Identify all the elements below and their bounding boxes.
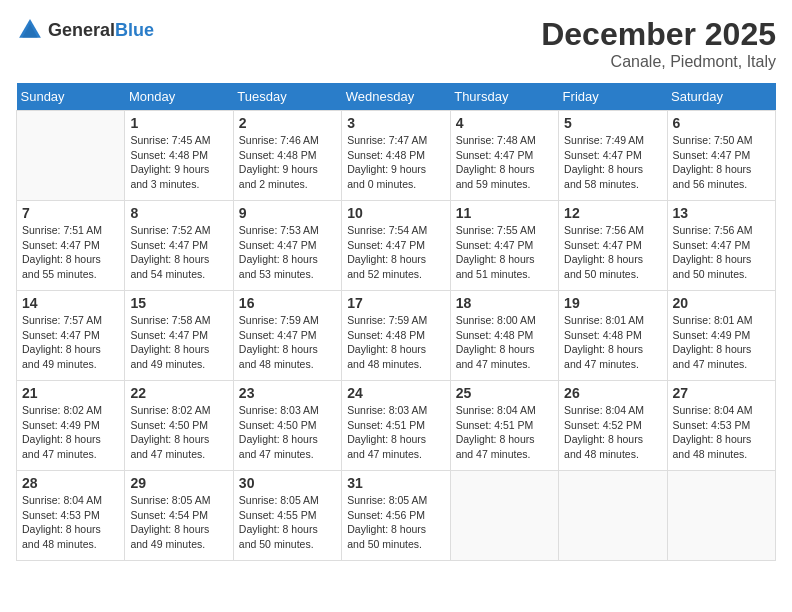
sunset-label: Sunset: 4:47 PM — [564, 239, 642, 251]
day-number: 29 — [130, 475, 227, 491]
daylight-label: Daylight: 8 hours and 55 minutes. — [22, 253, 101, 280]
sunset-label: Sunset: 4:55 PM — [239, 509, 317, 521]
table-row — [559, 471, 667, 561]
daylight-label: Daylight: 8 hours and 54 minutes. — [130, 253, 209, 280]
daylight-label: Daylight: 8 hours and 48 minutes. — [239, 343, 318, 370]
sunset-label: Sunset: 4:47 PM — [456, 149, 534, 161]
day-number: 3 — [347, 115, 444, 131]
month-title: December 2025 — [541, 16, 776, 53]
sunrise-label: Sunrise: 7:46 AM — [239, 134, 319, 146]
day-number: 26 — [564, 385, 661, 401]
sunrise-label: Sunrise: 8:02 AM — [22, 404, 102, 416]
cell-info: Sunrise: 7:53 AM Sunset: 4:47 PM Dayligh… — [239, 223, 336, 282]
daylight-label: Daylight: 9 hours and 2 minutes. — [239, 163, 318, 190]
sunset-label: Sunset: 4:50 PM — [130, 419, 208, 431]
cell-info: Sunrise: 7:51 AM Sunset: 4:47 PM Dayligh… — [22, 223, 119, 282]
day-number: 19 — [564, 295, 661, 311]
table-row: 13 Sunrise: 7:56 AM Sunset: 4:47 PM Dayl… — [667, 201, 775, 291]
table-row: 30 Sunrise: 8:05 AM Sunset: 4:55 PM Dayl… — [233, 471, 341, 561]
sunset-label: Sunset: 4:47 PM — [239, 329, 317, 341]
daylight-label: Daylight: 8 hours and 50 minutes. — [239, 523, 318, 550]
cell-info: Sunrise: 7:55 AM Sunset: 4:47 PM Dayligh… — [456, 223, 553, 282]
daylight-label: Daylight: 8 hours and 49 minutes. — [130, 343, 209, 370]
sunset-label: Sunset: 4:52 PM — [564, 419, 642, 431]
table-row: 21 Sunrise: 8:02 AM Sunset: 4:49 PM Dayl… — [17, 381, 125, 471]
sunset-label: Sunset: 4:48 PM — [347, 329, 425, 341]
daylight-label: Daylight: 8 hours and 47 minutes. — [673, 343, 752, 370]
day-number: 5 — [564, 115, 661, 131]
day-number: 11 — [456, 205, 553, 221]
cell-info: Sunrise: 7:54 AM Sunset: 4:47 PM Dayligh… — [347, 223, 444, 282]
header-tuesday: Tuesday — [233, 83, 341, 111]
header-saturday: Saturday — [667, 83, 775, 111]
sunset-label: Sunset: 4:48 PM — [239, 149, 317, 161]
day-number: 22 — [130, 385, 227, 401]
sunset-label: Sunset: 4:47 PM — [673, 149, 751, 161]
table-row: 4 Sunrise: 7:48 AM Sunset: 4:47 PM Dayli… — [450, 111, 558, 201]
day-number: 9 — [239, 205, 336, 221]
logo-general: General — [48, 20, 115, 40]
sunrise-label: Sunrise: 7:47 AM — [347, 134, 427, 146]
daylight-label: Daylight: 8 hours and 48 minutes. — [673, 433, 752, 460]
sunrise-label: Sunrise: 7:53 AM — [239, 224, 319, 236]
table-row: 7 Sunrise: 7:51 AM Sunset: 4:47 PM Dayli… — [17, 201, 125, 291]
sunset-label: Sunset: 4:47 PM — [239, 239, 317, 251]
sunrise-label: Sunrise: 7:58 AM — [130, 314, 210, 326]
sunrise-label: Sunrise: 7:45 AM — [130, 134, 210, 146]
sunrise-label: Sunrise: 8:04 AM — [456, 404, 536, 416]
sunset-label: Sunset: 4:47 PM — [456, 239, 534, 251]
calendar-header-row: Sunday Monday Tuesday Wednesday Thursday… — [17, 83, 776, 111]
daylight-label: Daylight: 8 hours and 48 minutes. — [564, 433, 643, 460]
day-number: 7 — [22, 205, 119, 221]
table-row: 15 Sunrise: 7:58 AM Sunset: 4:47 PM Dayl… — [125, 291, 233, 381]
cell-info: Sunrise: 8:04 AM Sunset: 4:51 PM Dayligh… — [456, 403, 553, 462]
sunset-label: Sunset: 4:53 PM — [22, 509, 100, 521]
sunrise-label: Sunrise: 8:04 AM — [673, 404, 753, 416]
daylight-label: Daylight: 8 hours and 52 minutes. — [347, 253, 426, 280]
daylight-label: Daylight: 8 hours and 47 minutes. — [22, 433, 101, 460]
sunrise-label: Sunrise: 7:56 AM — [673, 224, 753, 236]
day-number: 21 — [22, 385, 119, 401]
day-number: 30 — [239, 475, 336, 491]
location-title: Canale, Piedmont, Italy — [541, 53, 776, 71]
table-row: 3 Sunrise: 7:47 AM Sunset: 4:48 PM Dayli… — [342, 111, 450, 201]
sunset-label: Sunset: 4:51 PM — [456, 419, 534, 431]
day-number: 2 — [239, 115, 336, 131]
day-number: 8 — [130, 205, 227, 221]
calendar-week-row: 7 Sunrise: 7:51 AM Sunset: 4:47 PM Dayli… — [17, 201, 776, 291]
sunrise-label: Sunrise: 8:03 AM — [347, 404, 427, 416]
sunrise-label: Sunrise: 7:51 AM — [22, 224, 102, 236]
cell-info: Sunrise: 8:04 AM Sunset: 4:53 PM Dayligh… — [673, 403, 770, 462]
day-number: 1 — [130, 115, 227, 131]
day-number: 28 — [22, 475, 119, 491]
sunrise-label: Sunrise: 8:02 AM — [130, 404, 210, 416]
day-number: 12 — [564, 205, 661, 221]
sunset-label: Sunset: 4:50 PM — [239, 419, 317, 431]
sunrise-label: Sunrise: 8:04 AM — [22, 494, 102, 506]
header-wednesday: Wednesday — [342, 83, 450, 111]
cell-info: Sunrise: 7:59 AM Sunset: 4:47 PM Dayligh… — [239, 313, 336, 372]
table-row: 2 Sunrise: 7:46 AM Sunset: 4:48 PM Dayli… — [233, 111, 341, 201]
day-number: 4 — [456, 115, 553, 131]
logo-blue: Blue — [115, 20, 154, 40]
sunset-label: Sunset: 4:47 PM — [130, 239, 208, 251]
sunrise-label: Sunrise: 8:01 AM — [673, 314, 753, 326]
table-row: 26 Sunrise: 8:04 AM Sunset: 4:52 PM Dayl… — [559, 381, 667, 471]
daylight-label: Daylight: 8 hours and 48 minutes. — [347, 343, 426, 370]
sunrise-label: Sunrise: 8:01 AM — [564, 314, 644, 326]
day-number: 13 — [673, 205, 770, 221]
cell-info: Sunrise: 7:52 AM Sunset: 4:47 PM Dayligh… — [130, 223, 227, 282]
cell-info: Sunrise: 8:03 AM Sunset: 4:51 PM Dayligh… — [347, 403, 444, 462]
sunset-label: Sunset: 4:47 PM — [22, 239, 100, 251]
day-number: 18 — [456, 295, 553, 311]
cell-info: Sunrise: 7:48 AM Sunset: 4:47 PM Dayligh… — [456, 133, 553, 192]
cell-info: Sunrise: 8:04 AM Sunset: 4:53 PM Dayligh… — [22, 493, 119, 552]
sunrise-label: Sunrise: 7:59 AM — [239, 314, 319, 326]
table-row: 1 Sunrise: 7:45 AM Sunset: 4:48 PM Dayli… — [125, 111, 233, 201]
daylight-label: Daylight: 8 hours and 50 minutes. — [564, 253, 643, 280]
calendar-week-row: 21 Sunrise: 8:02 AM Sunset: 4:49 PM Dayl… — [17, 381, 776, 471]
table-row: 20 Sunrise: 8:01 AM Sunset: 4:49 PM Dayl… — [667, 291, 775, 381]
daylight-label: Daylight: 8 hours and 47 minutes. — [456, 433, 535, 460]
day-number: 31 — [347, 475, 444, 491]
logo: GeneralBlue — [16, 16, 154, 44]
